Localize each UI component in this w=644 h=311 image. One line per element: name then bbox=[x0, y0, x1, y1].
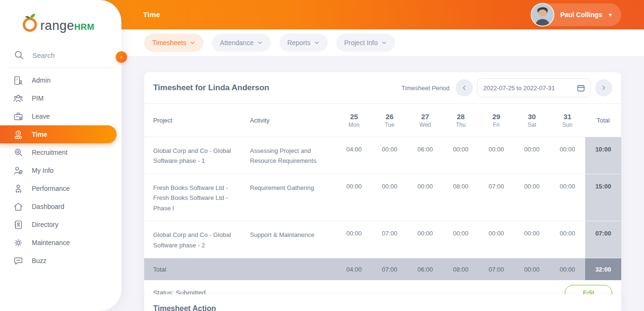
column-header-day-26: 26Tue bbox=[372, 104, 407, 137]
sidebar-item-label: Leave bbox=[32, 113, 50, 120]
column-header-day-30: 30Sat bbox=[514, 104, 550, 137]
sidebar-item-leave[interactable]: Leave bbox=[0, 107, 121, 125]
tab-label: Attendance bbox=[220, 39, 254, 47]
total-row-spacer bbox=[250, 258, 336, 280]
sidebar-item-directory[interactable]: Directory bbox=[0, 216, 121, 234]
total-row-label: Total bbox=[144, 258, 250, 280]
logo-text-range: range bbox=[40, 19, 74, 32]
sidebar-item-maintenance[interactable]: Maintenance bbox=[0, 234, 121, 252]
timesheet-table-body: Global Corp and Co - Global Software pha… bbox=[144, 137, 621, 258]
cell-activity: Support & Maintanence bbox=[250, 221, 336, 258]
day-name: Tue bbox=[385, 122, 394, 128]
tab-timesheets[interactable]: Timesheets bbox=[144, 34, 203, 52]
avatar bbox=[531, 3, 554, 27]
sidebar-item-label: My Info bbox=[32, 167, 54, 174]
cell-time: 00:00 bbox=[443, 221, 478, 258]
period-label: Timesheet Period bbox=[402, 85, 450, 92]
chevron-down-icon: ▼ bbox=[608, 12, 613, 18]
cell-time: 07:00 bbox=[478, 174, 514, 221]
total-row-time: 07:00 bbox=[478, 258, 514, 280]
sidebar-item-label: Admin bbox=[32, 76, 51, 84]
admin-icon bbox=[13, 75, 24, 86]
sidebar-item-label: PIM bbox=[32, 94, 44, 102]
cell-time: 00:00 bbox=[550, 174, 585, 221]
cell-time: 00:00 bbox=[336, 174, 372, 221]
tab-attendance[interactable]: Attendance bbox=[212, 34, 271, 52]
cell-time: 00:00 bbox=[336, 221, 372, 258]
day-number: 26 bbox=[386, 113, 394, 121]
cell-time: 00:00 bbox=[372, 137, 407, 174]
sidebar-item-label: Maintenance bbox=[32, 239, 70, 246]
tab-label: Timesheets bbox=[152, 39, 186, 47]
day-number: 27 bbox=[421, 113, 429, 121]
column-header-day-25: 25Mon bbox=[336, 104, 372, 137]
performance-icon bbox=[13, 183, 24, 194]
maintenance-icon bbox=[13, 237, 24, 248]
cell-time: 00:00 bbox=[550, 137, 585, 174]
total-row-time: 00:00 bbox=[550, 258, 585, 280]
day-name: Fri bbox=[493, 122, 500, 128]
column-header-activity: Activity bbox=[250, 104, 336, 137]
total-row-time: 07:00 bbox=[372, 258, 407, 280]
buzz-icon bbox=[13, 255, 24, 266]
module-tabs: TimesheetsAttendanceReportsProject Info bbox=[121, 29, 644, 56]
total-row-time: 08:00 bbox=[443, 258, 478, 280]
total-row-time: 06:00 bbox=[407, 258, 443, 280]
table-row: Global Corp and Co - Global Software pha… bbox=[144, 137, 621, 174]
cell-project: Global Corp and Co - Global Software pha… bbox=[144, 221, 250, 258]
sidebar-item-label: Buzz bbox=[32, 257, 46, 264]
sidebar-collapse-button[interactable]: ‹ bbox=[116, 51, 127, 63]
cell-activity: Requirement Gathering bbox=[250, 174, 336, 221]
cell-time: 00:00 bbox=[514, 137, 550, 174]
table-row: Fresh Books Software Ltd - Fresh Books S… bbox=[144, 174, 621, 221]
pim-icon bbox=[13, 93, 24, 104]
sidebar-item-label: Time bbox=[32, 131, 47, 138]
column-header-project: Project bbox=[144, 104, 250, 137]
sidebar-item-pim[interactable]: PIM bbox=[0, 89, 121, 107]
day-name: Thu bbox=[456, 122, 466, 128]
cell-time: 00:00 bbox=[407, 174, 443, 221]
column-header-day-29: 29Fri bbox=[478, 104, 514, 137]
column-header-day-27: 27Wed bbox=[407, 104, 443, 137]
day-name: Sat bbox=[527, 122, 536, 128]
sidebar-item-label: Performance bbox=[32, 185, 70, 192]
column-header-day-31: 31Sun bbox=[550, 104, 585, 137]
cell-time: 00:00 bbox=[372, 174, 407, 221]
timesheet-title: Timesheet for Linda Anderson bbox=[153, 83, 269, 93]
my-info-icon bbox=[13, 165, 24, 176]
sidebar-item-time[interactable]: Time bbox=[0, 125, 117, 143]
sidebar-item-buzz[interactable]: Buzz bbox=[0, 252, 121, 270]
search-label: Search bbox=[32, 51, 55, 59]
sidebar-item-my-info[interactable]: My Info bbox=[0, 161, 121, 179]
sidebar-menu: AdminPIMLeaveTimeRecruitmentMy InfoPerfo… bbox=[0, 71, 121, 270]
chevron-down-icon bbox=[190, 40, 195, 46]
search-icon bbox=[13, 49, 25, 61]
sidebar-item-performance[interactable]: Performance bbox=[0, 179, 121, 198]
cell-project: Global Corp and Co - Global Software pha… bbox=[144, 137, 250, 174]
period-value: 2022-07-25 to 2022-07-31 bbox=[483, 85, 555, 92]
tab-reports[interactable]: Reports bbox=[279, 34, 328, 52]
day-number: 25 bbox=[350, 113, 358, 121]
cell-project: Fresh Books Software Ltd - Fresh Books S… bbox=[144, 174, 250, 221]
tab-label: Project Info bbox=[344, 39, 378, 47]
cell-time: 07:00 bbox=[372, 221, 407, 258]
sidebar-item-dashboard[interactable]: Dashboard bbox=[0, 198, 121, 216]
cell-time: 00:00 bbox=[478, 221, 514, 258]
sidebar-item-label: Dashboard bbox=[32, 203, 64, 210]
orangehrm-logo: rangeHRM bbox=[22, 12, 94, 32]
day-name: Mon bbox=[349, 122, 359, 128]
chevron-down-icon bbox=[257, 40, 263, 46]
period-date-input[interactable]: 2022-07-25 to 2022-07-31 bbox=[477, 78, 591, 97]
tab-project-info[interactable]: Project Info bbox=[336, 34, 395, 52]
timesheet-action-card: Timesheet Action bbox=[144, 294, 621, 311]
sidebar-item-admin[interactable]: Admin bbox=[0, 71, 121, 89]
next-period-button[interactable] bbox=[595, 79, 612, 96]
day-number: 31 bbox=[563, 113, 571, 121]
sidebar-item-recruitment[interactable]: Recruitment bbox=[0, 143, 121, 161]
table-row: Global Corp and Co - Global Software pha… bbox=[144, 221, 621, 258]
user-profile-menu[interactable]: Paul Collings ▼ bbox=[531, 3, 621, 26]
previous-period-button[interactable] bbox=[456, 79, 473, 96]
sidebar-search[interactable]: Search bbox=[13, 49, 55, 61]
sidebar-item-label: Directory bbox=[32, 221, 58, 228]
directory-icon bbox=[13, 219, 24, 230]
